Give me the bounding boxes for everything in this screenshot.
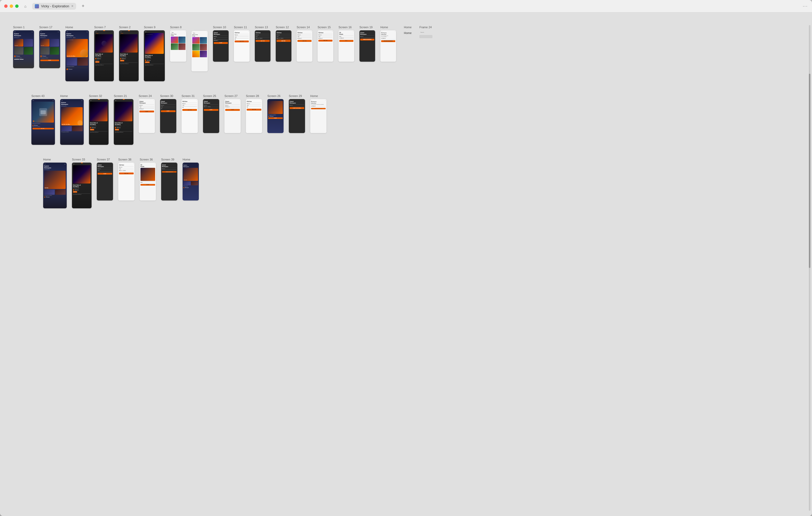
canvas[interactable]: Screen 1 9:41●●● Explore Workspace All W… (0, 12, 812, 516)
frame-group-home2: Home 9:41● Workspace Submitted Your work… (380, 26, 396, 62)
frame-card-screen39[interactable]: 9:41● Submit Workspace Macleod... SUBMIT… (161, 162, 177, 201)
frame-card-home4[interactable]: 9:41● Workspace Submitted Your workspace… (310, 99, 326, 133)
frame-label-screen37: Screen 37 (97, 158, 110, 161)
frame-label-screen12: Screen 12 (276, 26, 289, 29)
frame-group-screen11: Screen 11 9:41● Add Item Macleod... Logi… (234, 26, 250, 62)
frame-group-home3: Home 9:41●●● Explore Workspace All Works… (60, 94, 84, 145)
frame-group-screen36: Screen 36 9:41● Fill Details Name SUBMIT (140, 158, 156, 201)
frame-label-screen28: Screen 28 (246, 94, 259, 97)
frame-group-screen28: Screen 28 9:41● Add Item Macleod... Logi… (246, 94, 262, 133)
frame-card-home3[interactable]: 9:41●●● Explore Workspace All Workspaces… (60, 99, 84, 145)
frame-group-screen26: Screen 26 9:41● Photography, By Artist W… (267, 94, 284, 133)
frame-card-screen31[interactable]: 9:41● Add Item Macleod... Login Wifi ADD… (181, 99, 198, 133)
frame-card-screen32[interactable]: 9:41● Dark Side of the Moon Pink Floyd •… (89, 99, 109, 145)
frame-card-screen10[interactable]: 9:41● Submit Workspace Macleod... Login … (213, 30, 229, 62)
frame-card-screen29[interactable]: 9:41● Submit Workspace Macleod... SUBMIT… (289, 99, 305, 133)
menu-dots[interactable]: ··· (803, 4, 808, 9)
frame-group-screen32: Screen 32 9:41● Dark Side of the Moon Pi… (89, 94, 109, 145)
frame-card-screen25[interactable]: 9:41● Submit Workspace Macleod... IPA#1 … (203, 99, 219, 133)
close-button[interactable] (4, 4, 7, 8)
frame-card-screen43[interactable]: 9:41●●● Ph (31, 99, 55, 145)
frame-label-screen43: Screen 43 (31, 94, 45, 97)
frame-card-home6[interactable]: 9:41● Explore Workspace Dark Side Photog… (182, 162, 199, 201)
frame-group-home-label: Home Home (404, 26, 411, 35)
frame-card-screen14[interactable]: 9:41● Add Item Macleod... Login Wifi Nam… (297, 30, 312, 62)
frame-group-screen39: Screen 39 9:41● Submit Workspace Macleod… (161, 158, 177, 201)
tab-close-button[interactable]: ✕ (71, 4, 74, 8)
frame-group-screen24: Screen 24 9:41● Submit Workspace Macleod… (139, 94, 155, 133)
frame-card-screen19[interactable]: 9:41● Submit Workspace Macleod... SUBMIT… (359, 30, 375, 62)
frame-card-screen17[interactable]: 9:41●●● Explore Workspace All Workspaces… (39, 30, 60, 68)
frame-group-screen27: Screen 27 9:41● Submit Workspace Macleod… (225, 94, 241, 133)
frame-card-screen37[interactable]: 9:41● Submit Workspace Macleod... Login … (97, 162, 113, 201)
frame-group-screen25: Screen 25 9:41● Submit Workspace Macleod… (203, 94, 219, 133)
frame-card-screen38[interactable]: 9:41● Add Item Macleod... Login IPA#1 "0… (118, 162, 135, 201)
frame-card-screen8b[interactable]: 9:41● ← Back Select YourImage (192, 31, 208, 71)
frame-card-home1[interactable]: 9:41●●● Explore Workspace All Workspaces… (65, 30, 89, 81)
frame-label-screen24: Screen 24 (139, 94, 152, 97)
frame-card-screen33[interactable]: 9:41● Dark Side of the Moon Pink Floyd •… (72, 162, 92, 208)
frame-card-screen21[interactable]: 9:41● Dark Side of the Moon Pink Floyd •… (114, 99, 134, 145)
frame-card-screen8a[interactable]: 9:41● ← Back Select YourImage (170, 30, 186, 62)
frame-card-screen26[interactable]: 9:41● Photography, By Artist Workspace S… (267, 99, 284, 133)
frame-group-home4: Home 9:41● Workspace Submitted Your work… (310, 94, 326, 133)
frame-card-screen16[interactable]: 9:41● Fill Details Name Joe Macleod NEXT (339, 30, 354, 62)
frame-label-screen27: Screen 27 (225, 94, 237, 97)
frame-group-screen30: Screen 30 9:41● Submit Workspace Macleod… (160, 94, 176, 133)
frame-card-screen13[interactable]: 9:41● Add Item Macleod... Login IPA#1 "0… (255, 30, 270, 62)
frame-card-home5[interactable]: 9:41●●● Explore Workspace All Workspaces… (43, 162, 67, 208)
frame-label-frame24: Frame 24 (419, 26, 432, 29)
frame-card-screen2[interactable]: 9:41● ← Back Dark Side of the Moon Pink … (119, 30, 139, 81)
frame-label-home5: Home (43, 158, 51, 161)
frame-card-screen9[interactable]: 9:41● Workspace image hero Dark Side of … (144, 30, 165, 81)
frame-group-screen10: Screen 10 9:41● Submit Workspace Macleod… (213, 26, 229, 62)
frame-label-screen8a: Screen 8 (170, 26, 181, 29)
frame-card-screen1[interactable]: 9:41●●● Explore Workspace All Workspaces… (13, 30, 34, 68)
frame-label-screen29: Screen 29 (289, 94, 302, 97)
frame-group-home5: Home 9:41●●● Explore Workspace All Works… (43, 158, 67, 208)
frame-label-home3: Home (60, 94, 68, 97)
frame-label-screen26: Screen 26 (267, 94, 281, 97)
maximize-button[interactable] (15, 4, 19, 8)
frame24-content: Search... (419, 30, 438, 38)
frame-card-screen12[interactable]: 9:41● Add Item Macleod... Login IPA#1 "0… (276, 30, 291, 62)
frame-group-screen43: Screen 43 9:41●●● (31, 94, 55, 145)
home-button[interactable]: ⌂ (22, 3, 29, 10)
frame-label-screen14: Screen 14 (297, 26, 310, 29)
scrollbar-track[interactable] (809, 25, 810, 511)
frame-card-screen36[interactable]: 9:41● Fill Details Name SUBMIT (140, 162, 156, 201)
frame24-input: Search... (419, 30, 438, 34)
home-text-label: Home (404, 30, 411, 35)
title-bar: ⌂ Vicky - Exploration ✕ + ··· (0, 0, 812, 12)
traffic-lights (4, 4, 19, 8)
frame-card-screen15[interactable]: 9:41● Add Item Macleod... Login Wifi Nam… (318, 30, 333, 62)
frame-card-screen30[interactable]: 9:41● Submit Workspace Macleod... Login … (160, 99, 176, 133)
tab-title: Vicky - Exploration (41, 4, 69, 8)
frame-label-screen36: Screen 36 (140, 158, 153, 161)
frame-label-screen7: Screen 7 (94, 26, 106, 29)
frame-card-screen11[interactable]: 9:41● Add Item Macleod... Login Wifi ADD… (234, 30, 250, 62)
frame-label-screen9: Screen 9 (144, 26, 155, 29)
active-tab[interactable]: Vicky - Exploration ✕ (32, 3, 76, 10)
frame-group-screen21: Screen 21 9:41● Dark Side of the Moon Pi… (114, 94, 134, 145)
frames-row-2: Screen 43 9:41●●● (13, 94, 799, 145)
minimize-button[interactable] (10, 4, 13, 8)
frame-card-screen28[interactable]: 9:41● Add Item Macleod... Login Wifi ADD… (246, 99, 262, 133)
frame-card-screen24[interactable]: 9:41● Submit Workspace Macleod... Login … (139, 99, 155, 133)
frame-label-home1: Home (65, 26, 73, 29)
frame-group-screen7: Screen 7 9:41● ← Back (94, 26, 114, 81)
frame-label-screen13: Screen 13 (255, 26, 268, 29)
frame-group-screen17: Screen 17 9:41●●● Explore Workspace All … (39, 26, 60, 68)
frame-card-screen7[interactable]: 9:41● ← Back Dark Side of the Moon Pink … (94, 30, 114, 81)
frame-label-home-text: Home (404, 26, 411, 29)
frame-card-screen27[interactable]: 9:41● Submit Workspace Macleod... Wifi N… (225, 99, 241, 133)
frame-group-screen8b: 9:41● ← Back Select YourImage (192, 26, 208, 71)
frame-group-screen12: Screen 12 9:41● Add Item Macleod... Logi… (276, 26, 291, 62)
frame-card-home2[interactable]: 9:41● Workspace Submitted Your workspace… (380, 30, 396, 62)
add-tab-button[interactable]: + (79, 3, 87, 10)
frame-group-screen2: Screen 2 9:41● ← Back Dark Side of the M… (119, 26, 139, 81)
frame-label-screen33: Screen 33 (72, 158, 85, 161)
frame-group-screen38: Screen 38 9:41● Add Item Macleod... Logi… (118, 158, 135, 201)
frame-group-screen9: Screen 9 9:41● Workspace image hero Dark… (144, 26, 165, 81)
app-window: ⌂ Vicky - Exploration ✕ + ··· Screen 1 (0, 0, 812, 516)
